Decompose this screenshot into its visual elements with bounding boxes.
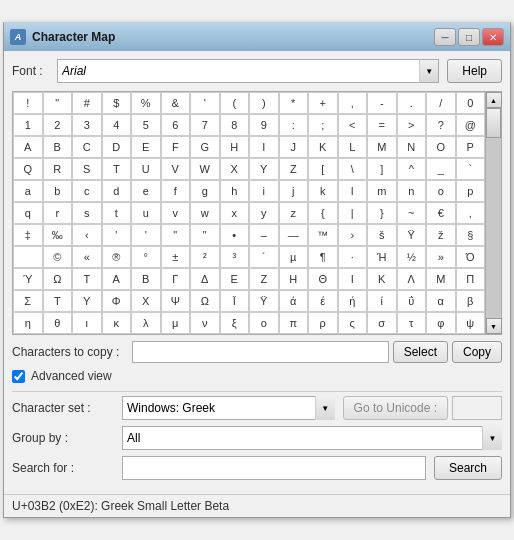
char-cell[interactable]: Ε — [220, 268, 250, 290]
char-cell[interactable]: m — [367, 180, 397, 202]
char-cell[interactable]: j — [279, 180, 309, 202]
char-cell[interactable]: © — [43, 246, 73, 268]
char-cell[interactable]: ι — [72, 312, 102, 334]
char-cell[interactable]: β — [456, 290, 486, 312]
char-cell[interactable]: ' — [190, 92, 220, 114]
char-cell[interactable]: ³ — [220, 246, 250, 268]
char-cell[interactable]: Σ — [13, 290, 43, 312]
char-cell[interactable]: ν — [190, 312, 220, 334]
char-cell[interactable]: B — [43, 136, 73, 158]
char-cell[interactable]: { — [308, 202, 338, 224]
char-cell[interactable]: Χ — [131, 290, 161, 312]
char-cell[interactable]: u — [131, 202, 161, 224]
char-cell[interactable]: κ — [102, 312, 132, 334]
char-cell[interactable]: Ω — [43, 268, 73, 290]
char-cell[interactable]: w — [190, 202, 220, 224]
char-cell[interactable]: ο — [249, 312, 279, 334]
char-cell[interactable]: Ϋ — [249, 290, 279, 312]
char-cell[interactable]: Φ — [102, 290, 132, 312]
search-input[interactable] — [122, 456, 426, 480]
char-cell[interactable]: n — [397, 180, 427, 202]
char-cell[interactable]: — — [279, 224, 309, 246]
char-cell[interactable]: s — [72, 202, 102, 224]
char-cell[interactable]: ² — [190, 246, 220, 268]
char-cell[interactable]: ' — [131, 224, 161, 246]
char-cell[interactable]: 4 — [102, 114, 132, 136]
char-cell[interactable]: ΰ — [397, 290, 427, 312]
search-button[interactable]: Search — [434, 456, 502, 480]
char-cell[interactable]: " — [161, 224, 191, 246]
char-cell[interactable]: ^ — [397, 158, 427, 180]
char-cell[interactable]: ‰ — [43, 224, 73, 246]
help-button[interactable]: Help — [447, 59, 502, 83]
char-cell[interactable]: Ό — [456, 246, 486, 268]
char-cell[interactable]: ž — [426, 224, 456, 246]
char-cell[interactable]: N — [397, 136, 427, 158]
char-cell[interactable]: ~ — [397, 202, 427, 224]
char-cell[interactable]: ½ — [397, 246, 427, 268]
char-cell[interactable]: \ — [338, 158, 368, 180]
char-cell[interactable]: 5 — [131, 114, 161, 136]
char-cell[interactable]: ´ — [249, 246, 279, 268]
char-cell[interactable]: α — [426, 290, 456, 312]
char-cell[interactable]: V — [161, 158, 191, 180]
char-cell[interactable]: • — [220, 224, 250, 246]
char-cell[interactable]: b — [43, 180, 73, 202]
char-cell[interactable]: , — [338, 92, 368, 114]
char-cell[interactable]: λ — [131, 312, 161, 334]
char-cell[interactable] — [13, 246, 43, 268]
char-cell[interactable]: S — [72, 158, 102, 180]
char-cell[interactable]: Ϊ — [220, 290, 250, 312]
char-cell[interactable]: Q — [13, 158, 43, 180]
char-cell[interactable]: 0 — [456, 92, 486, 114]
char-cell[interactable]: π — [279, 312, 309, 334]
char-cell[interactable]: - — [367, 92, 397, 114]
char-cell[interactable]: Τ — [43, 290, 73, 312]
close-button[interactable]: ✕ — [482, 28, 504, 46]
char-cell[interactable]: 7 — [190, 114, 220, 136]
char-cell[interactable]: Y — [249, 158, 279, 180]
char-cell[interactable]: * — [279, 92, 309, 114]
char-cell[interactable]: ? — [426, 114, 456, 136]
char-cell[interactable]: ° — [131, 246, 161, 268]
char-cell[interactable]: 6 — [161, 114, 191, 136]
char-cell[interactable]: ) — [249, 92, 279, 114]
char-cell[interactable]: a — [13, 180, 43, 202]
char-cell[interactable]: p — [456, 180, 486, 202]
char-cell[interactable]: k — [308, 180, 338, 202]
char-cell[interactable]: q — [13, 202, 43, 224]
char-cell[interactable]: θ — [43, 312, 73, 334]
char-cell[interactable]: f — [161, 180, 191, 202]
char-cell[interactable]: 9 — [249, 114, 279, 136]
char-cell[interactable]: ψ — [456, 312, 486, 334]
char-cell[interactable]: – — [249, 224, 279, 246]
char-cell[interactable]: C — [72, 136, 102, 158]
char-cell[interactable]: š — [367, 224, 397, 246]
scroll-thumb[interactable] — [486, 108, 501, 138]
char-cell[interactable]: M — [367, 136, 397, 158]
char-cell[interactable]: ί — [367, 290, 397, 312]
char-cell[interactable]: T — [102, 158, 132, 180]
char-cell[interactable]: ® — [102, 246, 132, 268]
scroll-up-arrow[interactable]: ▲ — [486, 92, 502, 108]
char-cell[interactable]: 2 — [43, 114, 73, 136]
char-cell[interactable]: " — [43, 92, 73, 114]
minimize-button[interactable]: ─ — [434, 28, 456, 46]
char-cell[interactable]: Υ — [72, 290, 102, 312]
char-cell[interactable]: Ψ — [161, 290, 191, 312]
char-cell[interactable]: ά — [279, 290, 309, 312]
chars-copy-input[interactable] — [132, 341, 389, 363]
char-cell[interactable]: U — [131, 158, 161, 180]
char-cell[interactable]: | — [338, 202, 368, 224]
char-cell[interactable]: } — [367, 202, 397, 224]
char-cell[interactable]: Λ — [397, 268, 427, 290]
char-cell[interactable]: i — [249, 180, 279, 202]
char-cell[interactable]: e — [131, 180, 161, 202]
char-cell[interactable]: l — [338, 180, 368, 202]
char-cell[interactable]: > — [397, 114, 427, 136]
char-cell[interactable]: # — [72, 92, 102, 114]
char-cell[interactable]: µ — [279, 246, 309, 268]
char-cell[interactable]: Ÿ — [397, 224, 427, 246]
char-cell[interactable]: ( — [220, 92, 250, 114]
char-cell[interactable]: » — [426, 246, 456, 268]
